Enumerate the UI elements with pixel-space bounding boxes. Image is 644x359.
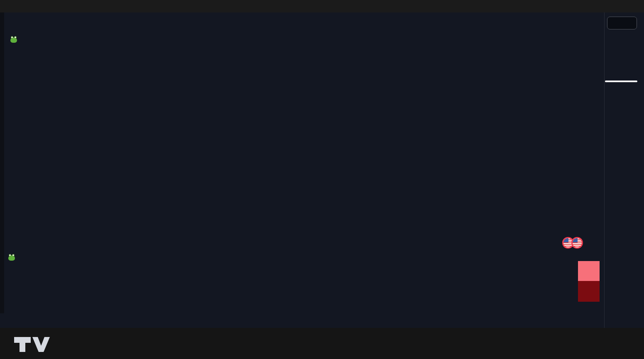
tradingview-logo[interactable] xyxy=(13,335,56,352)
tradingview-logo-icon xyxy=(13,335,51,352)
chart-left-gutter xyxy=(0,12,4,313)
rsi-axis-badge xyxy=(578,261,600,281)
us-flag-icon[interactable] xyxy=(571,237,583,249)
logo-bar xyxy=(0,328,644,359)
price-chart[interactable] xyxy=(0,0,644,359)
tradingview-window xyxy=(0,0,644,359)
symbol-legend[interactable] xyxy=(10,16,31,24)
currency-usd-button[interactable] xyxy=(607,17,637,29)
strategy-legend[interactable] xyxy=(10,36,36,44)
price-axis-border xyxy=(604,12,605,328)
attribution-bar xyxy=(0,0,644,12)
rsi-adx-legend[interactable] xyxy=(8,254,44,261)
adx-axis-badge xyxy=(578,281,600,302)
frog-icon xyxy=(10,37,17,43)
frog-icon xyxy=(8,255,15,261)
last-price-label xyxy=(605,81,637,82)
